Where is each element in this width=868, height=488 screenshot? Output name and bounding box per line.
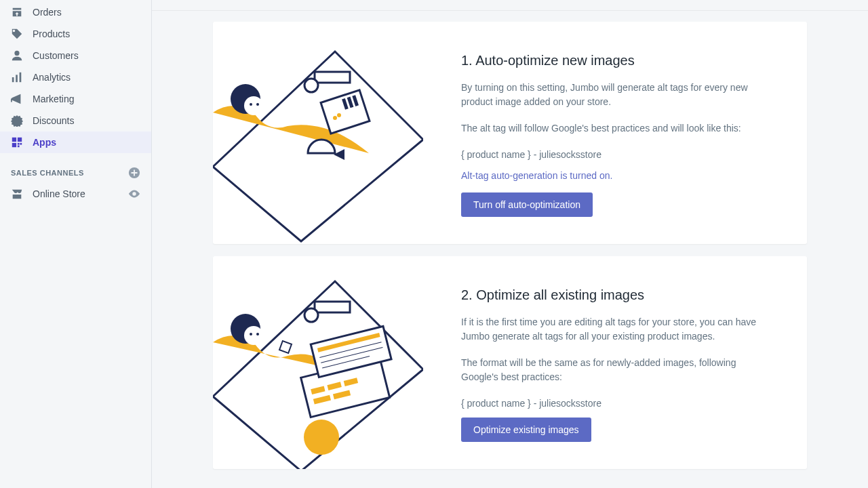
svg-point-17 [304, 79, 318, 92]
svg-point-14 [250, 103, 252, 106]
svg-point-15 [256, 103, 259, 106]
sidebar-item-analytics[interactable]: Analytics [0, 66, 151, 88]
svg-point-31 [304, 308, 318, 322]
template-example: { product name } - juliesocksstore [461, 396, 766, 411]
channel-label: Online Store [33, 188, 85, 199]
svg-rect-18 [321, 90, 370, 134]
main-content: 1. Auto-optimize new images By turning o… [152, 0, 868, 488]
sidebar-item-label: Apps [33, 137, 56, 148]
customers-icon [11, 49, 23, 62]
card-paragraph: The format will be the same as for newly… [461, 356, 766, 384]
turn-off-auto-optimization-button[interactable]: Turn off auto-optimization [461, 192, 593, 217]
sidebar-item-marketing[interactable]: Marketing [0, 88, 151, 110]
svg-rect-1 [12, 77, 14, 82]
illustration-1 [213, 22, 423, 244]
svg-point-27 [244, 326, 263, 345]
template-example: { product name } - juliesocksstore [461, 148, 766, 162]
sidebar-item-label: Orders [33, 7, 62, 18]
card-paragraph: By turning on this setting, Jumbo will g… [461, 81, 766, 109]
sidebar-item-apps[interactable]: Apps [0, 131, 151, 153]
card-title: 2. Optimize all existing images [461, 287, 766, 303]
svg-rect-5 [18, 138, 22, 142]
svg-point-23 [337, 113, 341, 117]
sales-channels-label: SALES CHANNELS [11, 169, 84, 177]
svg-rect-6 [12, 143, 16, 147]
svg-rect-3 [20, 73, 22, 82]
svg-point-28 [250, 333, 252, 336]
orders-icon [11, 6, 23, 18]
sidebar-item-label: Marketing [33, 94, 74, 104]
svg-point-44 [304, 420, 339, 455]
card-optimize-existing: 2. Optimize all existing images If it is… [213, 256, 807, 469]
svg-rect-2 [16, 75, 18, 82]
card-title: 1. Auto-optimize new images [461, 53, 766, 68]
sidebar-item-orders[interactable]: Orders [0, 1, 151, 23]
card-auto-optimize: 1. Auto-optimize new images By turning o… [213, 22, 807, 244]
svg-rect-30 [315, 302, 350, 312]
online-store-icon [11, 188, 23, 200]
sidebar-item-customers[interactable]: Customers [0, 45, 151, 66]
svg-rect-7 [18, 143, 20, 145]
svg-rect-4 [12, 138, 16, 142]
svg-rect-8 [20, 143, 22, 145]
status-text: Alt-tag auto-generation is turned on. [461, 169, 766, 183]
svg-point-22 [333, 116, 337, 120]
optimize-existing-images-button[interactable]: Optimize existing images [461, 418, 591, 442]
sidebar-item-discounts[interactable]: Discounts [0, 110, 151, 131]
discounts-icon [11, 115, 23, 127]
card-paragraph: The alt tag will follow Google's best pr… [461, 121, 766, 136]
sidebar: Orders Products Customers Analytics Mark… [0, 0, 152, 488]
sidebar-item-products[interactable]: Products [0, 23, 151, 45]
svg-point-13 [244, 96, 263, 115]
svg-rect-16 [315, 72, 350, 83]
apps-icon [11, 136, 23, 148]
sidebar-item-label: Customers [33, 50, 79, 61]
svg-point-0 [14, 51, 19, 56]
svg-rect-43 [279, 341, 292, 353]
add-channel-icon[interactable] [128, 167, 140, 179]
sales-channels-header: SALES CHANNELS [0, 153, 151, 183]
sidebar-item-label: Products [33, 28, 70, 39]
marketing-icon [11, 93, 23, 105]
products-icon [11, 28, 23, 40]
illustration-2 [213, 256, 423, 469]
svg-rect-9 [18, 146, 20, 148]
svg-point-29 [256, 333, 259, 336]
view-store-icon[interactable] [128, 188, 140, 200]
sidebar-item-label: Discounts [33, 115, 74, 126]
analytics-icon [11, 71, 23, 83]
sidebar-item-label: Analytics [33, 72, 71, 83]
channel-online-store[interactable]: Online Store [0, 183, 151, 205]
card-paragraph: If it is the first time you are editing … [461, 315, 766, 344]
